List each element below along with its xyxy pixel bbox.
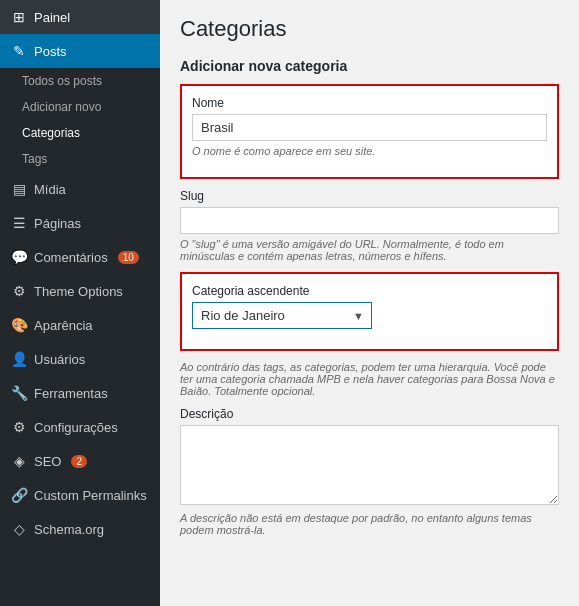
aparencia-icon: 🎨 — [10, 316, 28, 334]
sidebar-item-custom-permalinks[interactable]: 🔗 Custom Permalinks — [0, 478, 160, 512]
nome-field-group: Nome O nome é como aparece em seu site. — [192, 96, 547, 157]
sidebar-label-seo: SEO — [34, 454, 61, 469]
sidebar-label-configuracoes: Configurações — [34, 420, 118, 435]
sidebar-label-todos-posts: Todos os posts — [22, 74, 102, 88]
sidebar-item-adicionar-novo[interactable]: Adicionar novo — [0, 94, 160, 120]
sidebar-label-categorias: Categorias — [22, 126, 80, 140]
custom-permalinks-icon: 🔗 — [10, 486, 28, 504]
sidebar-item-paginas[interactable]: ☰ Páginas — [0, 206, 160, 240]
sidebar-label-paginas: Páginas — [34, 216, 81, 231]
paginas-icon: ☰ — [10, 214, 28, 232]
sidebar-label-aparencia: Aparência — [34, 318, 93, 333]
sidebar-label-painel: Painel — [34, 10, 70, 25]
ferramentas-icon: 🔧 — [10, 384, 28, 402]
descricao-hint: A descrição não está em destaque por pad… — [180, 512, 559, 536]
sidebar-item-usuarios[interactable]: 👤 Usuários — [0, 342, 160, 376]
descricao-section: Descrição A descrição não está em destaq… — [180, 407, 559, 536]
page-title: Categorias — [180, 16, 559, 42]
categoria-hint: Ao contrário das tags, as categorias, po… — [180, 361, 559, 397]
sidebar-label-theme-options: Theme Options — [34, 284, 123, 299]
sidebar-label-schema: Schema.org — [34, 522, 104, 537]
categoria-select[interactable]: Rio de Janeiro São Paulo Nenhuma — [192, 302, 372, 329]
sidebar-label-posts: Posts — [34, 44, 67, 59]
sidebar-item-midia[interactable]: ▤ Mídia — [0, 172, 160, 206]
sidebar-item-categorias[interactable]: Categorias — [0, 120, 160, 146]
sidebar-item-theme-options[interactable]: ⚙ Theme Options — [0, 274, 160, 308]
sidebar-item-aparencia[interactable]: 🎨 Aparência — [0, 308, 160, 342]
configuracoes-icon: ⚙ — [10, 418, 28, 436]
descricao-textarea[interactable] — [180, 425, 559, 505]
sidebar-item-painel[interactable]: ⊞ Painel — [0, 0, 160, 34]
sidebar-label-tags: Tags — [22, 152, 47, 166]
sidebar-label-custom-permalinks: Custom Permalinks — [34, 488, 147, 503]
sidebar-item-schema[interactable]: ◇ Schema.org — [0, 512, 160, 546]
slug-label: Slug — [180, 189, 559, 203]
painel-icon: ⊞ — [10, 8, 28, 26]
sidebar-item-seo[interactable]: ◈ SEO 2 — [0, 444, 160, 478]
seo-icon: ◈ — [10, 452, 28, 470]
theme-options-icon: ⚙ — [10, 282, 28, 300]
comentarios-badge: 10 — [118, 251, 139, 264]
midia-icon: ▤ — [10, 180, 28, 198]
posts-icon: ✎ — [10, 42, 28, 60]
slug-field-group: Slug O "slug" é uma versão amigável do U… — [180, 189, 559, 262]
nome-highlighted-box: Nome O nome é como aparece em seu site. — [180, 84, 559, 179]
sidebar: ⊞ Painel ✎ Posts Todos os posts Adiciona… — [0, 0, 160, 606]
slug-section: Slug O "slug" é uma versão amigável do U… — [180, 189, 559, 262]
sidebar-label-adicionar-novo: Adicionar novo — [22, 100, 101, 114]
usuarios-icon: 👤 — [10, 350, 28, 368]
sidebar-item-todos-posts[interactable]: Todos os posts — [0, 68, 160, 94]
descricao-label: Descrição — [180, 407, 559, 421]
nome-input[interactable] — [192, 114, 547, 141]
sidebar-item-configuracoes[interactable]: ⚙ Configurações — [0, 410, 160, 444]
sidebar-item-comentarios[interactable]: 💬 Comentários 10 — [0, 240, 160, 274]
categoria-highlighted-box: Categoria ascendente Rio de Janeiro São … — [180, 272, 559, 351]
schema-icon: ◇ — [10, 520, 28, 538]
sidebar-label-comentarios: Comentários — [34, 250, 108, 265]
sidebar-item-ferramentas[interactable]: 🔧 Ferramentas — [0, 376, 160, 410]
categoria-label: Categoria ascendente — [192, 284, 547, 298]
nome-hint: O nome é como aparece em seu site. — [192, 145, 547, 157]
seo-badge: 2 — [71, 455, 87, 468]
sidebar-item-tags[interactable]: Tags — [0, 146, 160, 172]
slug-hint: O "slug" é uma versão amigável do URL. N… — [180, 238, 559, 262]
sidebar-item-posts[interactable]: ✎ Posts — [0, 34, 160, 68]
slug-input[interactable] — [180, 207, 559, 234]
sidebar-label-usuarios: Usuários — [34, 352, 85, 367]
sidebar-label-ferramentas: Ferramentas — [34, 386, 108, 401]
main-content: Categorias Adicionar nova categoria Nome… — [160, 0, 579, 606]
sidebar-label-midia: Mídia — [34, 182, 66, 197]
add-section-title: Adicionar nova categoria — [180, 58, 559, 74]
categoria-select-wrapper: Rio de Janeiro São Paulo Nenhuma ▼ — [192, 302, 372, 329]
comentarios-icon: 💬 — [10, 248, 28, 266]
nome-label: Nome — [192, 96, 547, 110]
categoria-field-group: Categoria ascendente Rio de Janeiro São … — [192, 284, 547, 329]
